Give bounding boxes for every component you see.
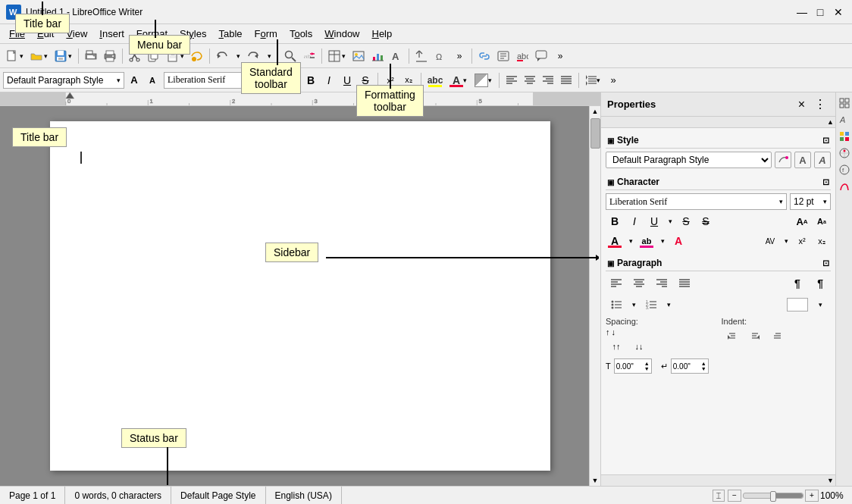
insert-text-button[interactable]: A [387, 47, 406, 65]
zoom-level[interactable]: 100% [820, 490, 846, 501]
page-area[interactable]: Title bar [0, 106, 600, 486]
sidebar-draw-button[interactable] [837, 179, 852, 194]
sidebar-increase-above-button[interactable]: ↑↑ [606, 337, 627, 355]
sidebar-unordered-list-button[interactable] [606, 296, 627, 314]
insert-chart-button[interactable] [368, 47, 387, 65]
zoom-slider[interactable] [743, 493, 803, 499]
sidebar-update-style-button[interactable]: A [794, 152, 811, 168]
comment-button[interactable] [532, 47, 550, 65]
sidebar-grow-font-button[interactable]: AA [793, 213, 811, 230]
sidebar-list-arrow[interactable]: ▾ [628, 296, 639, 314]
paste-button[interactable]: ▾ [164, 47, 187, 65]
sidebar-align-center-button[interactable] [628, 274, 650, 293]
sidebar-decrease-above-button[interactable]: ↓↓ [628, 337, 650, 355]
sidebar-scroll-down[interactable]: ▼ [601, 474, 835, 486]
sidebar-para-mark1-button[interactable]: ¶ [787, 274, 808, 293]
cut-button[interactable] [126, 47, 144, 65]
sidebar-paragraph-header[interactable]: ▣ Paragraph ⊡ [606, 255, 831, 271]
redo-button[interactable] [244, 47, 262, 65]
sidebar-indent-right-button[interactable] [744, 327, 766, 346]
align-right-button[interactable] [540, 72, 556, 89]
more-button-formatting[interactable]: » [605, 72, 622, 89]
italic-button[interactable]: I [321, 72, 337, 89]
menu-styles[interactable]: Styles [174, 27, 212, 41]
bold-button[interactable]: B [302, 72, 319, 89]
hyperlink-button[interactable] [475, 47, 493, 65]
sidebar-indent-down[interactable]: ▼ [701, 366, 706, 371]
paragraph-style-select[interactable]: Default Paragraph Style ▾ [3, 72, 124, 89]
align-left-button[interactable] [503, 72, 520, 89]
clone-format-button[interactable] [188, 47, 206, 65]
sidebar-strikethrough-button[interactable]: S [677, 213, 695, 230]
zoom-in-button[interactable]: + [805, 490, 819, 502]
cursor-position-button[interactable]: ⌶ [713, 490, 725, 502]
sidebar-scroll-up[interactable]: ▲ [601, 117, 835, 128]
sidebar-indent-input-field[interactable]: 0.00" ▲ ▼ [671, 358, 709, 374]
sidebar-kerning-arrow[interactable]: ▾ [781, 233, 791, 249]
navigator-button[interactable] [494, 47, 512, 65]
menu-table[interactable]: Table [212, 27, 248, 41]
highlight-color-button[interactable]: abc [425, 71, 445, 89]
special-char-button[interactable]: Ω [431, 47, 449, 65]
font-size-select[interactable]: 12 pt ▾ [258, 72, 294, 89]
subscript-button[interactable]: x₂ [400, 72, 417, 89]
font-name-select[interactable]: Liberation Serif ▾ [164, 72, 255, 89]
scroll-thumb[interactable] [590, 118, 600, 149]
superscript-button[interactable]: x² [382, 72, 399, 89]
sidebar-indent-left-button[interactable] [722, 327, 743, 346]
sidebar-underline-button[interactable]: U [645, 213, 663, 230]
font-color-button[interactable]: A ▾ [446, 71, 470, 89]
redo-dropdown[interactable]: ▾ [263, 47, 274, 65]
copy-button[interactable] [145, 47, 163, 65]
sidebar-style-settings-button[interactable]: A [814, 152, 831, 168]
sidebar-style-restore-icon[interactable]: ⊡ [822, 136, 829, 146]
sidebar-highlight-arrow[interactable]: ▾ [657, 233, 668, 249]
menu-format[interactable]: Format [130, 27, 174, 41]
sidebar-ordered-list-button[interactable]: 1.2.3. [641, 296, 662, 314]
sidebar-paragraph-restore-icon[interactable]: ⊡ [822, 258, 829, 268]
sidebar-superscript-button[interactable]: x² [793, 233, 811, 249]
sidebar-font-color-button[interactable]: A [606, 233, 624, 249]
sidebar-spacing-top-down[interactable]: ▼ [644, 366, 650, 371]
sidebar-highlight-button[interactable]: ab [637, 233, 656, 249]
more-button-right[interactable]: » [551, 47, 569, 65]
sidebar-font-name-select[interactable]: Liberation Serif ▾ [606, 193, 787, 210]
undo-dropdown[interactable]: ▾ [232, 47, 243, 65]
sidebar-italic-button[interactable]: I [625, 213, 644, 230]
find-button[interactable] [281, 47, 299, 65]
sidebar-character-restore-icon[interactable]: ⊡ [822, 177, 829, 187]
menu-file[interactable]: File [3, 27, 31, 41]
underline-button[interactable]: U [339, 72, 356, 89]
sidebar-strikethrough2-button[interactable]: S [697, 213, 715, 230]
sidebar-new-style-button[interactable] [775, 152, 791, 168]
line-spacing-button[interactable]: ▾ [583, 71, 603, 89]
sidebar-bold-button[interactable]: B [606, 213, 624, 230]
spelling-button[interactable]: abc [513, 47, 531, 65]
sidebar-indent-spinner[interactable]: ▲ ▼ [701, 361, 706, 371]
vertical-scrollbar[interactable]: ▲ ▼ [589, 106, 600, 486]
decrease-font-size-button[interactable]: A [144, 72, 161, 89]
sidebar-functions-button[interactable]: f [837, 162, 852, 177]
open-button[interactable]: ▾ [27, 47, 51, 65]
sidebar-close-button[interactable]: × [795, 97, 808, 111]
insert-image-button[interactable] [349, 47, 368, 65]
more-button-standard[interactable]: » [450, 47, 468, 65]
close-button[interactable]: ✕ [831, 5, 846, 20]
menu-view[interactable]: View [60, 27, 93, 41]
undo-button[interactable] [213, 47, 231, 65]
sidebar-menu-button[interactable]: ⋮ [811, 97, 829, 111]
sidebar-align-left-button[interactable] [606, 274, 627, 293]
sidebar-justify-button[interactable] [674, 274, 695, 293]
document-page[interactable] [50, 121, 550, 471]
sidebar-font-color-arrow[interactable]: ▾ [625, 233, 636, 249]
align-center-button[interactable] [522, 72, 538, 89]
sidebar-properties-button[interactable] [837, 95, 852, 111]
sidebar-para-mark2-button[interactable]: ¶ [810, 274, 831, 293]
minimize-button[interactable]: — [794, 5, 810, 20]
copy-symbol-button[interactable] [412, 47, 431, 65]
menu-help[interactable]: Help [366, 27, 399, 41]
menu-form[interactable]: Form [249, 27, 283, 41]
sidebar-character-header[interactable]: ▣ Character ⊡ [606, 174, 831, 190]
menu-insert[interactable]: Insert [93, 27, 130, 41]
sidebar-underline-arrow[interactable]: ▾ [665, 213, 675, 230]
